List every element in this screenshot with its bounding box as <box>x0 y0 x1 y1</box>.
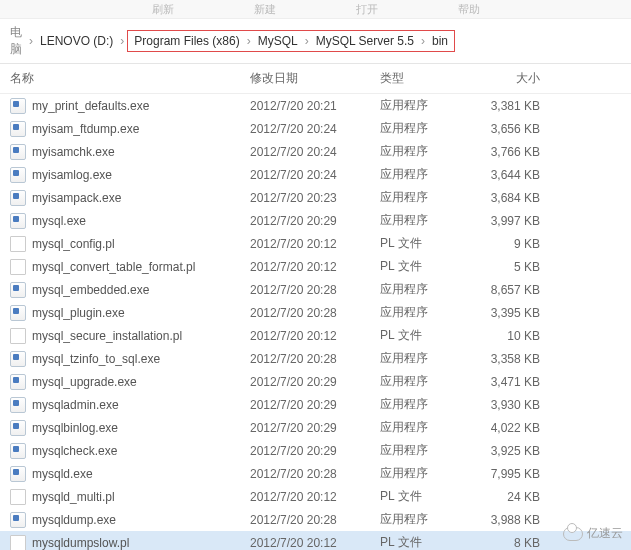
application-icon <box>10 466 26 482</box>
file-date: 2012/7/20 20:28 <box>250 306 380 320</box>
breadcrumb-drive[interactable]: LENOVO (D:) <box>36 32 117 50</box>
application-icon <box>10 190 26 206</box>
watermark-text: 亿速云 <box>587 525 623 542</box>
file-name-cell[interactable]: mysql_embedded.exe <box>10 282 250 298</box>
file-date: 2012/7/20 20:24 <box>250 122 380 136</box>
chevron-right-icon: › <box>302 34 312 48</box>
file-name-cell[interactable]: myisam_ftdump.exe <box>10 121 250 137</box>
column-header-type[interactable]: 类型 <box>380 70 470 87</box>
file-size: 3,656 KB <box>470 122 540 136</box>
file-name-cell[interactable]: myisamlog.exe <box>10 167 250 183</box>
file-name-cell[interactable]: mysql_plugin.exe <box>10 305 250 321</box>
table-row[interactable]: mysqld.exe2012/7/20 20:28应用程序7,995 KB <box>0 462 631 485</box>
file-type: 应用程序 <box>380 166 470 183</box>
table-row[interactable]: mysql_plugin.exe2012/7/20 20:28应用程序3,395… <box>0 301 631 324</box>
file-size: 3,925 KB <box>470 444 540 458</box>
breadcrumb-segment[interactable]: bin <box>428 32 452 50</box>
file-date: 2012/7/20 20:12 <box>250 490 380 504</box>
file-name-cell[interactable]: mysqldumpslow.pl <box>10 535 250 551</box>
file-type: 应用程序 <box>380 212 470 229</box>
column-header-size[interactable]: 大小 <box>470 70 540 87</box>
file-size: 10 KB <box>470 329 540 343</box>
file-name-cell[interactable]: mysqlcheck.exe <box>10 443 250 459</box>
breadcrumb-highlight-box: Program Files (x86) › MySQL › MySQL Serv… <box>127 30 455 52</box>
file-name-cell[interactable]: mysql_tzinfo_to_sql.exe <box>10 351 250 367</box>
table-row[interactable]: my_print_defaults.exe2012/7/20 20:21应用程序… <box>0 94 631 117</box>
file-icon <box>10 535 26 551</box>
file-date: 2012/7/20 20:29 <box>250 444 380 458</box>
file-name-cell[interactable]: mysqladmin.exe <box>10 397 250 413</box>
application-icon <box>10 512 26 528</box>
file-name-cell[interactable]: myisampack.exe <box>10 190 250 206</box>
file-size: 24 KB <box>470 490 540 504</box>
application-icon <box>10 213 26 229</box>
file-name-cell[interactable]: mysql_upgrade.exe <box>10 374 250 390</box>
chevron-right-icon: › <box>418 34 428 48</box>
file-name-label: mysqlcheck.exe <box>32 444 117 458</box>
file-size: 3,471 KB <box>470 375 540 389</box>
table-row[interactable]: mysqld_multi.pl2012/7/20 20:12PL 文件24 KB <box>0 485 631 508</box>
file-name-label: myisamchk.exe <box>32 145 115 159</box>
file-type: 应用程序 <box>380 120 470 137</box>
application-icon <box>10 98 26 114</box>
file-name-label: mysql_secure_installation.pl <box>32 329 182 343</box>
table-row[interactable]: mysql.exe2012/7/20 20:29应用程序3,997 KB <box>0 209 631 232</box>
file-date: 2012/7/20 20:28 <box>250 352 380 366</box>
breadcrumb[interactable]: 电脑 › LENOVO (D:) › Program Files (x86) ›… <box>0 19 631 64</box>
file-type: 应用程序 <box>380 396 470 413</box>
breadcrumb-root[interactable]: 电脑 <box>6 24 26 58</box>
table-row[interactable]: mysqladmin.exe2012/7/20 20:29应用程序3,930 K… <box>0 393 631 416</box>
file-name-label: mysql_plugin.exe <box>32 306 125 320</box>
table-row[interactable]: mysql_secure_installation.pl2012/7/20 20… <box>0 324 631 347</box>
file-name-cell[interactable]: mysqlbinlog.exe <box>10 420 250 436</box>
application-icon <box>10 144 26 160</box>
file-name-cell[interactable]: myisamchk.exe <box>10 144 250 160</box>
application-icon <box>10 397 26 413</box>
breadcrumb-segment[interactable]: MySQL <box>254 32 302 50</box>
file-type: 应用程序 <box>380 97 470 114</box>
file-name-cell[interactable]: mysqldump.exe <box>10 512 250 528</box>
application-icon <box>10 351 26 367</box>
file-date: 2012/7/20 20:24 <box>250 145 380 159</box>
file-size: 3,997 KB <box>470 214 540 228</box>
file-name-cell[interactable]: mysql_convert_table_format.pl <box>10 259 250 275</box>
table-row[interactable]: mysqlcheck.exe2012/7/20 20:29应用程序3,925 K… <box>0 439 631 462</box>
table-row[interactable]: myisampack.exe2012/7/20 20:23应用程序3,684 K… <box>0 186 631 209</box>
table-row[interactable]: mysqlbinlog.exe2012/7/20 20:29应用程序4,022 … <box>0 416 631 439</box>
table-row[interactable]: mysqldump.exe2012/7/20 20:28应用程序3,988 KB <box>0 508 631 531</box>
breadcrumb-segment[interactable]: Program Files (x86) <box>130 32 243 50</box>
file-name-label: mysql_embedded.exe <box>32 283 149 297</box>
file-name-cell[interactable]: mysqld.exe <box>10 466 250 482</box>
file-type: PL 文件 <box>380 534 470 550</box>
file-name-cell[interactable]: my_print_defaults.exe <box>10 98 250 114</box>
file-date: 2012/7/20 20:28 <box>250 467 380 481</box>
table-row[interactable]: mysql_tzinfo_to_sql.exe2012/7/20 20:28应用… <box>0 347 631 370</box>
column-header-name[interactable]: 名称 <box>10 70 250 87</box>
table-row[interactable]: mysql_convert_table_format.pl2012/7/20 2… <box>0 255 631 278</box>
table-row[interactable]: mysql_embedded.exe2012/7/20 20:28应用程序8,6… <box>0 278 631 301</box>
file-name-cell[interactable]: mysql_secure_installation.pl <box>10 328 250 344</box>
file-size: 3,381 KB <box>470 99 540 113</box>
file-date: 2012/7/20 20:12 <box>250 237 380 251</box>
table-row[interactable]: myisamchk.exe2012/7/20 20:24应用程序3,766 KB <box>0 140 631 163</box>
table-row[interactable]: mysqldumpslow.pl2012/7/20 20:12PL 文件8 KB <box>0 531 631 550</box>
column-headers: 名称 修改日期 类型 大小 <box>0 64 631 94</box>
file-name-cell[interactable]: mysqld_multi.pl <box>10 489 250 505</box>
file-name-cell[interactable]: mysql.exe <box>10 213 250 229</box>
file-name-cell[interactable]: mysql_config.pl <box>10 236 250 252</box>
table-row[interactable]: mysql_upgrade.exe2012/7/20 20:29应用程序3,47… <box>0 370 631 393</box>
file-name-label: myisampack.exe <box>32 191 121 205</box>
file-size: 3,358 KB <box>470 352 540 366</box>
file-name-label: myisam_ftdump.exe <box>32 122 139 136</box>
breadcrumb-segment[interactable]: MySQL Server 5.5 <box>312 32 418 50</box>
file-type: 应用程序 <box>380 281 470 298</box>
file-list: my_print_defaults.exe2012/7/20 20:21应用程序… <box>0 94 631 550</box>
table-row[interactable]: mysql_config.pl2012/7/20 20:12PL 文件9 KB <box>0 232 631 255</box>
file-name-label: mysql_tzinfo_to_sql.exe <box>32 352 160 366</box>
file-type: 应用程序 <box>380 189 470 206</box>
file-type: PL 文件 <box>380 327 470 344</box>
table-row[interactable]: myisam_ftdump.exe2012/7/20 20:24应用程序3,65… <box>0 117 631 140</box>
table-row[interactable]: myisamlog.exe2012/7/20 20:24应用程序3,644 KB <box>0 163 631 186</box>
column-header-date[interactable]: 修改日期 <box>250 70 380 87</box>
file-size: 3,988 KB <box>470 513 540 527</box>
